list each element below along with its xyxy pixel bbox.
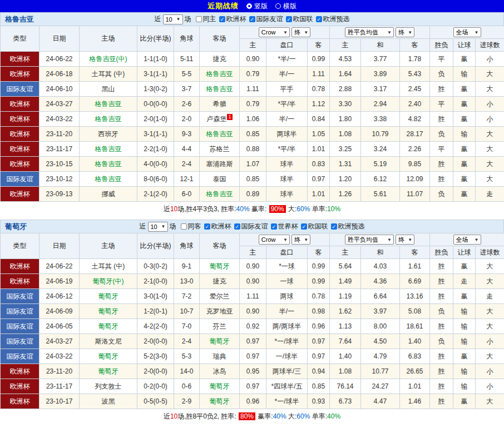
filter-checkbox-2[interactable]: 国际友谊 <box>249 14 283 24</box>
away-team-cell: 格鲁吉亚 <box>200 67 240 82</box>
recent-count-select[interactable]: 10 ▼ <box>148 222 168 232</box>
filter-checkbox-3[interactable]: 世界杯 <box>271 222 298 231</box>
date-cell: 24-03-22 <box>39 349 80 364</box>
result-cell: 胜 <box>430 349 453 364</box>
col-header-handicap: 盘口 <box>266 246 308 259</box>
win-odds-cell: 1.31 <box>330 157 361 172</box>
handicap-cell: 球半 <box>266 157 308 172</box>
competition-type-cell: 欧洲杯 <box>1 97 39 112</box>
scope-value: 全场 <box>456 236 468 244</box>
ah-away-odds-cell: 0.84 <box>308 112 330 127</box>
away-team-cell: 捷克 <box>200 52 240 67</box>
away-team-cell: 芬兰 <box>200 319 240 334</box>
europe-final-select[interactable]: 终 ▼ <box>396 27 414 37</box>
handicap-cell: *半/一 <box>266 52 308 67</box>
lose-odds-cell: 6.83 <box>400 349 430 364</box>
home-team-cell: 格鲁吉亚 <box>80 97 137 112</box>
filter-checkbox-3[interactable]: 欧国联 <box>286 14 313 24</box>
win-odds-cell: 3.25 <box>330 142 361 157</box>
draw-odds-cell: 3.17 <box>361 82 400 97</box>
odds-final-select[interactable]: 终 ▼ <box>291 27 310 37</box>
away-team-name: 瑞典 <box>213 352 226 360</box>
away-team-name: 葡萄牙 <box>210 262 230 270</box>
filter-checkbox-0[interactable]: 同客 <box>181 222 201 231</box>
layout-radio-vertical[interactable]: 竖版 <box>246 2 268 11</box>
away-team-cell: 瑞典 <box>200 349 240 364</box>
result-cell: 负 <box>430 187 453 202</box>
europe-avg-select[interactable]: 胜平负均值 ▼ <box>345 27 394 37</box>
filter-checkbox-2[interactable]: 国际友谊 <box>234 222 268 231</box>
goals-cell: 大 <box>476 67 504 82</box>
checkbox-checked-icon <box>204 223 210 230</box>
ah-home-odds-cell: 1.11 <box>240 82 266 97</box>
scope-select[interactable]: 全场 ▼ <box>453 27 481 37</box>
lose-odds-cell: 18.61 <box>400 319 430 334</box>
corner-cell: 2-9 <box>174 394 200 409</box>
goals-cell: 大 <box>476 304 504 319</box>
sections-container: 格鲁吉亚 近 10 ▼ 场 同主欧洲杯国际友谊欧国联欧洲预选 <box>0 12 504 424</box>
europe-final-select[interactable]: 终 ▼ <box>396 235 414 245</box>
stats-table: 类型 日期 主场 比分(半场) 角球 客场 Crow ▼ 终 ▼ <box>0 26 504 202</box>
date-cell: 23-10-12 <box>39 172 80 187</box>
corner-cell: 5-5 <box>174 67 200 82</box>
summary-line: 近10场,胜8平0负2, 胜率: 80% 赢率:40% 大:60% 单率:40% <box>0 409 504 424</box>
win-odds-cell: 1.49 <box>330 274 361 289</box>
home-team-cell: 挪威 <box>80 187 137 202</box>
competition-type-cell: 欧洲杯 <box>1 187 39 202</box>
filter-checkbox-1[interactable]: 欧洲杯 <box>204 222 231 231</box>
goals-cell: 大 <box>476 274 504 289</box>
team-name: 葡萄牙 <box>5 222 27 232</box>
odds-final-select[interactable]: 终 ▼ <box>291 235 310 245</box>
score-cell: 1-1(1-0) <box>137 52 174 67</box>
recent-count-select[interactable]: 10 ▼ <box>163 14 183 24</box>
home-team-name: 葡萄牙 <box>98 292 118 300</box>
unit-label: 场 <box>185 14 191 24</box>
europe-avg-select[interactable]: 胜平负均值 ▼ <box>345 235 394 245</box>
away-team-cell: 葡萄牙 <box>200 334 240 349</box>
match-row: 国际友谊24-06-09葡萄牙1-2(0-1)10-7克罗地亚0.90半/一0.… <box>1 304 504 319</box>
checkbox-checked-icon <box>331 223 337 230</box>
odds-source-select[interactable]: Crow ▼ <box>259 235 290 245</box>
filter-checkbox-0[interactable]: 同主 <box>196 14 216 24</box>
corner-cell: 0-6 <box>174 379 200 394</box>
score-cell: 1-3(0-2) <box>137 82 174 97</box>
ah-away-odds-cell: 0.93 <box>308 394 330 409</box>
away-team-cell: 捷克 <box>200 274 240 289</box>
odds-source-select[interactable]: Crow ▼ <box>259 27 290 37</box>
lose-odds-cell: 11.07 <box>400 187 430 202</box>
summary-segment: 40% <box>327 412 340 420</box>
scope-select[interactable]: 全场 ▼ <box>453 235 481 245</box>
summary-segment: 10 <box>170 412 177 420</box>
away-team-cell: 卢森堡1 <box>200 112 240 127</box>
filter-checkbox-1[interactable]: 欧洲杯 <box>219 14 246 24</box>
col-header-eu-draw: 和 <box>361 39 400 52</box>
odds-final-value: 终 <box>294 28 300 37</box>
filter-checkbox-4[interactable]: 欧洲预选 <box>316 14 350 24</box>
date-cell: 24-06-10 <box>39 82 80 97</box>
ah-away-odds-cell: 1.05 <box>308 127 330 142</box>
lose-odds-cell: 1.40 <box>400 334 430 349</box>
goals-cell: 小 <box>476 112 504 127</box>
home-team-cell: 土耳其 (中) <box>80 67 137 82</box>
col-header-eu-draw: 和 <box>361 246 400 259</box>
competition-type-cell: 国际友谊 <box>1 172 39 187</box>
goals-cell: 大 <box>476 82 504 97</box>
filter-checkbox-label: 世界杯 <box>278 222 298 231</box>
scope-value: 全场 <box>456 28 468 37</box>
away-team-name: 芬兰 <box>213 322 226 330</box>
filter-checkbox-label: 欧洲杯 <box>226 14 246 24</box>
filter-checkbox-5[interactable]: 欧洲预选 <box>331 222 365 231</box>
date-cell: 24-06-18 <box>39 67 80 82</box>
ah-home-odds-cell: 0.85 <box>240 172 266 187</box>
handicap-cell: 两球 <box>266 289 308 304</box>
handicap-cell: 球半 <box>266 187 308 202</box>
handicap-cell: 一/球半 <box>266 349 308 364</box>
result-cell: 负 <box>430 127 453 142</box>
ah-home-odds-cell: 1.11 <box>240 289 266 304</box>
layout-radio-horizontal[interactable]: 横版 <box>275 2 297 11</box>
lose-odds-cell: 12.09 <box>400 172 430 187</box>
score-cell: 3-1(1-1) <box>137 67 174 82</box>
col-header-corner: 角球 <box>174 233 200 259</box>
ah-home-odds-cell: 0.97 <box>240 349 266 364</box>
filter-checkbox-4[interactable]: 欧国联 <box>301 222 328 231</box>
